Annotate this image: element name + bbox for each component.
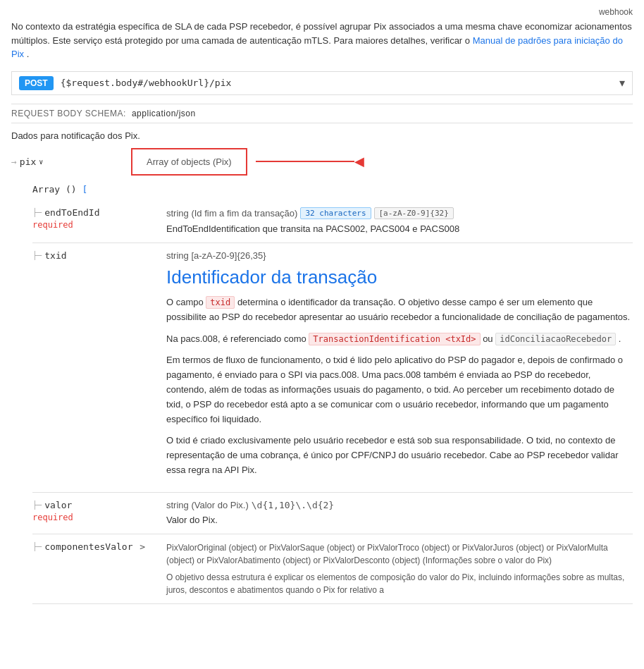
field-left-txid: ├─ txid xyxy=(32,250,152,485)
field-desc-main-componentes: PixValorOriginal (object) or PixValorSaq… xyxy=(166,541,633,567)
field-name-valor: valor xyxy=(44,500,72,510)
txid-inline-code-2: TransactionIdentification <txId> xyxy=(309,333,480,345)
field-type-valor: string (Valor do Pix.) \d{1,10}\.\d{2} xyxy=(166,500,633,510)
pix-label: pix ∨ xyxy=(20,156,44,167)
field-left-endtoendid: ├─ endToEndId required xyxy=(32,207,152,236)
field-right-valor: string (Valor do Pix.) \d{1,10}\.\d{2} V… xyxy=(166,500,633,527)
txid-para4: O txid é criado exclusivamente pelo usuá… xyxy=(166,434,633,477)
badge-32chars: 32 characters xyxy=(300,207,371,219)
field-type-txid: string [a-zA-Z0-9]{26,35} xyxy=(166,250,633,261)
badge-regex-endtoend: [a-zA-Z0-9]{32} xyxy=(374,207,454,219)
page-container: webhook No contexto da estratégia especí… xyxy=(0,0,644,618)
field-row-endtoendid: ├─ endToEndId required string (Id fim a … xyxy=(32,200,633,244)
field-required-valor: required xyxy=(32,513,73,522)
field-name-endtoendid: endToEndId xyxy=(44,207,99,218)
fields-container: ├─ endToEndId required string (Id fim a … xyxy=(11,200,633,605)
post-chevron-icon[interactable]: ▾ xyxy=(619,76,625,90)
txid-para1: O campo txid determina o identificador d… xyxy=(166,295,633,325)
pix-chevron-icon: ∨ xyxy=(39,158,43,166)
field-left-componentes: ├─ componentesValor > xyxy=(32,541,152,596)
dados-text: Dados para notificação dos Pix. xyxy=(11,130,633,141)
post-url: {$request.body#/webhookUrl}/pix xyxy=(61,78,619,88)
field-row-componentes: ├─ componentesValor > PixValorOriginal (… xyxy=(32,534,633,604)
field-desc-sub-componentes: O objetivo dessa estrutura é explicar os… xyxy=(166,571,633,596)
field-name-componentes: componentesValor > xyxy=(44,541,145,552)
red-arrow-indicator: ◀ xyxy=(256,154,364,169)
pix-row: → pix ∨ Array of objects (Pix) ◀ xyxy=(11,148,633,176)
field-left-valor: ├─ valor required xyxy=(32,500,152,527)
txid-inline-code-3: idConciliacaoRecebedor xyxy=(495,333,616,345)
field-type-endtoendid: string (Id fim a fim da transação) 32 ch… xyxy=(166,207,633,219)
schema-bar: REQUEST BODY SCHEMA: application/json xyxy=(11,104,633,123)
field-row-txid: ├─ txid string [a-zA-Z0-9]{26,35} Identi… xyxy=(32,243,633,493)
field-name-txid: txid xyxy=(44,250,66,261)
field-right-txid: string [a-zA-Z0-9]{26,35} Identificador … xyxy=(166,250,633,485)
field-row-valor: ├─ valor required string (Valor do Pix.)… xyxy=(32,493,633,535)
txid-para3: Em termos de fluxo de funcionamento, o t… xyxy=(166,353,633,426)
txid-title: Identificador da transação xyxy=(166,266,633,288)
array-code-line: Array () [ xyxy=(11,184,633,195)
intro-text: No contexto da estratégia específica de … xyxy=(11,20,633,61)
field-desc-valor: Valor do Pix. xyxy=(166,513,633,527)
field-right-endtoendid: string (Id fim a fim da transação) 32 ch… xyxy=(166,207,633,236)
field-required-endtoendid: required xyxy=(32,220,73,230)
post-badge: POST xyxy=(19,76,54,90)
field-desc-endtoendid: EndToEndIdentification que transita na P… xyxy=(166,222,633,236)
field-right-componentes: PixValorOriginal (object) or PixValorSaq… xyxy=(166,541,633,596)
webhook-label: webhook xyxy=(599,7,633,17)
txid-inline-code-1: txid xyxy=(206,296,235,309)
post-bar[interactable]: POST {$request.body#/webhookUrl}/pix ▾ xyxy=(11,71,633,95)
array-objects-box: Array of objects (Pix) xyxy=(131,148,247,176)
schema-type: application/json xyxy=(132,109,196,118)
txid-para2: Na pacs.008, é referenciado como Transac… xyxy=(166,332,633,347)
